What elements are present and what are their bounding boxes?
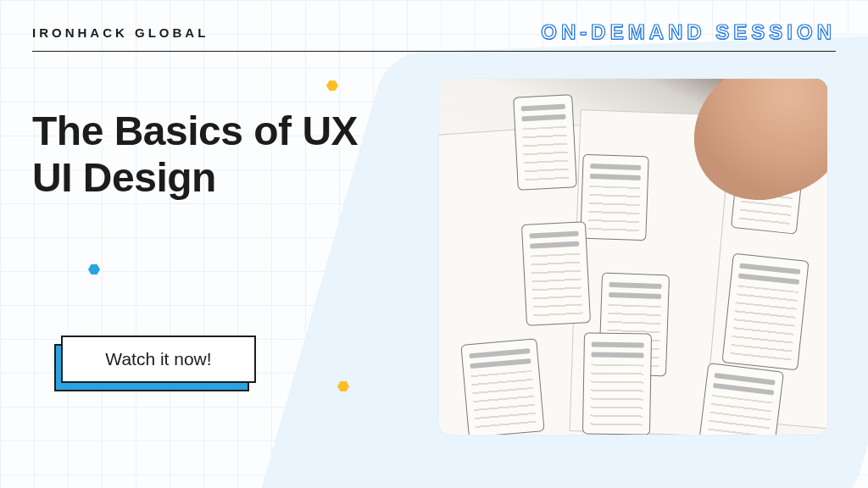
session-label: ON-DEMAND SESSION	[541, 20, 836, 44]
hero-image	[439, 79, 827, 435]
wireframe-icon	[721, 253, 809, 371]
wireframe-icon	[513, 94, 577, 191]
right-column	[431, 82, 821, 201]
hexagon-icon	[337, 381, 349, 391]
wireframe-icon	[696, 363, 784, 435]
page-title: The Basics of UX UI Design	[32, 108, 405, 201]
main-area: The Basics of UX UI Design	[32, 82, 836, 201]
cta-container: Watch it now!	[61, 336, 256, 383]
cta-label: Watch it now!	[105, 349, 211, 369]
wireframe-icon	[521, 221, 591, 326]
wireframe-icon	[460, 338, 544, 435]
slide-content: IRONHACK GLOBAL ON-DEMAND SESSION The Ba…	[0, 0, 868, 488]
header: IRONHACK GLOBAL ON-DEMAND SESSION	[32, 20, 836, 52]
brand-label: IRONHACK GLOBAL	[32, 25, 209, 40]
left-column: The Basics of UX UI Design	[32, 82, 405, 201]
watch-now-button[interactable]: Watch it now!	[61, 336, 256, 383]
wireframe-icon	[580, 154, 648, 241]
wireframe-icon	[582, 332, 652, 435]
hexagon-icon	[88, 264, 100, 274]
